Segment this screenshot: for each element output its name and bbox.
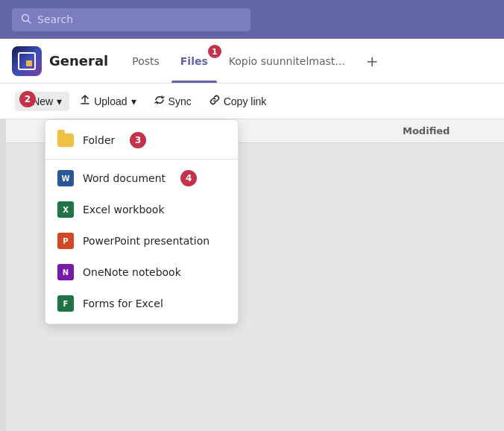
channel-name: General [49,53,108,69]
step-badge-3: 3 [130,132,146,148]
search-placeholder: Search [37,13,73,25]
tab-add-button[interactable]: + [360,39,385,83]
menu-item-excel[interactable]: X Excel workbook [45,194,238,225]
tab-files-label: Files [180,55,208,67]
menu-item-ppt-label: PowerPoint presentation [83,235,210,247]
excel-icon: X [57,201,74,218]
word-icon: W [57,170,74,186]
tab-posts[interactable]: Posts [123,39,168,83]
copy-link-button[interactable]: Copy link [202,91,274,111]
menu-item-forms-label: Forms for Excel [83,298,163,309]
channel-icon-inner [18,52,36,70]
nav-tabs: Posts Files 1 Kopio suunnitelmasta ... + [123,39,384,83]
sync-icon [154,95,165,107]
menu-item-onenote[interactable]: N OneNote notebook [45,257,238,288]
svg-line-1 [28,20,31,23]
tab-kopio-label: Kopio suunnitelmasta ... [229,55,348,67]
menu-item-word[interactable]: W Word document 4 [45,163,238,194]
dropdown-menu: Folder 3 W Word document 4 X Excel workb… [45,119,239,324]
step-badge-4: 4 [180,170,197,186]
tab-kopio[interactable]: Kopio suunnitelmasta ... [220,39,357,83]
copy-link-label: Copy link [224,95,267,107]
tab-files[interactable]: Files 1 [171,39,217,83]
search-box[interactable]: Search [12,8,251,31]
folder-icon [57,132,74,148]
toolbar: 2 + New ▾ Upload ▾ Sync [0,84,504,119]
menu-divider [45,159,238,160]
upload-icon [80,95,90,107]
menu-item-onenote-label: OneNote notebook [83,266,181,278]
search-bar: Search [0,0,504,39]
upload-label: Upload [94,95,127,107]
menu-item-ppt[interactable]: P PowerPoint presentation [45,225,238,257]
channel-icon [12,46,42,76]
forms-icon: F [57,295,74,312]
menu-item-excel-label: Excel workbook [83,204,165,216]
upload-button[interactable]: Upload ▾ [72,91,143,111]
menu-item-forms[interactable]: F Forms for Excel [45,288,238,319]
tab-add-icon: + [366,52,379,70]
menu-item-word-label: Word document [83,172,166,184]
sync-label: Sync [168,95,192,107]
onenote-icon: N [57,264,74,280]
upload-chevron-icon: ▾ [131,95,136,107]
step-badge-2: 2 [19,91,36,107]
menu-item-folder[interactable]: Folder 3 [45,125,238,156]
copy-link-icon [210,95,220,107]
new-chevron-icon: ▾ [57,95,62,107]
ppt-icon: P [57,233,74,249]
menu-item-folder-label: Folder [83,134,115,146]
main-content: Modified Folder 3 W Word document 4 X [0,119,504,431]
sync-button[interactable]: Sync [147,91,199,111]
search-icon [21,13,31,27]
tab-posts-label: Posts [132,55,160,67]
channel-header: General Posts Files 1 Kopio suunnitelmas… [0,39,504,84]
